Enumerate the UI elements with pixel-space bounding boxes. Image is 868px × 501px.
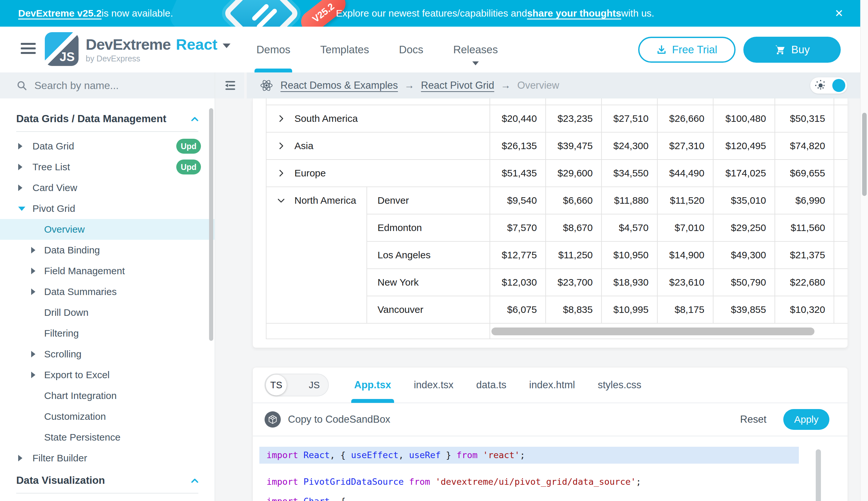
expand-arrow-icon[interactable] <box>31 351 35 358</box>
apply-button[interactable]: Apply <box>783 409 829 430</box>
pivot-value-cell[interactable]: $44,490 <box>657 160 713 187</box>
framework-name[interactable]: React <box>176 35 218 53</box>
sidebar-item-scrolling[interactable]: Scrolling <box>0 344 215 364</box>
pivot-value-cell[interactable]: $50,315 <box>775 105 834 132</box>
pivot-value-cell[interactable]: $22,680 <box>775 269 834 296</box>
sidebar-item-drill-down[interactable]: Drill Down <box>0 302 215 323</box>
pivot-value-cell[interactable]: $26,135 <box>490 132 546 160</box>
breadcrumb-link-pivot-grid[interactable]: React Pivot Grid <box>421 79 494 91</box>
reset-button[interactable]: Reset <box>740 414 766 425</box>
file-tab-data-ts[interactable]: data.ts <box>476 367 506 403</box>
pivot-value-cell[interactable]: $69,655 <box>775 160 834 187</box>
pivot-value-cell[interactable]: $10,320 <box>775 296 834 323</box>
nav-item-templates[interactable]: Templates <box>320 26 369 73</box>
chevron-down-icon[interactable] <box>276 195 286 205</box>
theme-toggle-knob[interactable] <box>832 79 845 92</box>
pivot-value-cell[interactable]: $24,300 <box>602 132 657 160</box>
sidebar-item-data-summaries[interactable]: Data Summaries <box>0 281 215 302</box>
pivot-value-cell[interactable]: $12,775 <box>490 242 546 269</box>
horizontal-scrollbar-thumb[interactable] <box>492 328 814 335</box>
expand-arrow-icon[interactable] <box>31 288 35 295</box>
pivot-value-cell[interactable]: $4,570 <box>602 214 657 242</box>
pivot-value-cell[interactable]: $26,660 <box>657 105 713 132</box>
horizontal-scrollbar[interactable] <box>490 323 848 339</box>
language-toggle[interactable]: TS JS <box>265 374 329 396</box>
chevron-right-icon[interactable] <box>276 141 286 151</box>
sidebar-item-data-grid[interactable]: Data GridUpd <box>0 136 215 157</box>
sidebar-item-chart-integration[interactable]: Chart Integration <box>0 385 215 406</box>
pivot-row-header[interactable]: South America <box>266 105 490 132</box>
expand-arrow-icon[interactable] <box>18 143 22 149</box>
pivot-value-cell[interactable]: $174,025 <box>713 160 775 187</box>
sidebar-item-filter-builder[interactable]: Filter Builder <box>0 448 215 469</box>
pivot-value-cell[interactable]: $39,855 <box>713 296 775 323</box>
pivot-value-cell[interactable]: $34,550 <box>602 160 657 187</box>
pivot-value-cell[interactable]: $10,950 <box>602 242 657 269</box>
sidebar-item-state-persistence[interactable]: State Persistence <box>0 427 215 448</box>
banner-version-link[interactable]: DevExtreme v25.2 <box>18 8 102 19</box>
pivot-value-cell[interactable]: $9,540 <box>490 187 546 214</box>
sidebar-item-pivot-grid[interactable]: Pivot Grid <box>0 198 215 219</box>
toc-collapse-button[interactable] <box>215 73 244 98</box>
nav-item-demos[interactable]: Demos <box>256 26 290 73</box>
expand-arrow-icon[interactable] <box>18 184 22 191</box>
pivot-value-cell[interactable]: $8,835 <box>546 296 602 323</box>
pivot-value-cell[interactable] <box>713 98 775 105</box>
sidebar-item-export-to-excel[interactable]: Export to Excel <box>0 364 215 385</box>
pivot-value-cell[interactable] <box>602 98 657 105</box>
toggle-option-ts[interactable]: TS <box>265 380 287 391</box>
pivot-value-cell[interactable]: $23,610 <box>657 269 713 296</box>
pivot-city-cell[interactable]: Edmonton <box>367 214 490 242</box>
free-trial-button[interactable]: Free Trial <box>638 37 736 63</box>
sidebar-section-data-grids-data-management[interactable]: Data Grids / Data Management <box>0 107 215 129</box>
pivot-value-cell[interactable]: $11,250 <box>546 242 602 269</box>
pivot-value-cell[interactable]: $6,990 <box>775 187 834 214</box>
pivot-value-cell[interactable]: $29,600 <box>546 160 602 187</box>
sidebar-item-card-view[interactable]: Card View <box>0 178 215 198</box>
sidebar-item-filtering[interactable]: Filtering <box>0 323 215 344</box>
pivot-row-header[interactable]: Asia <box>266 132 490 160</box>
pivot-city-cell[interactable]: Vancouver <box>367 296 490 323</box>
expand-arrow-icon[interactable] <box>31 268 35 274</box>
toggle-option-js[interactable]: JS <box>309 380 320 391</box>
sidebar-item-data-binding[interactable]: Data Binding <box>0 240 215 260</box>
pivot-value-cell[interactable]: $51,435 <box>490 160 546 187</box>
expand-arrow-icon[interactable] <box>18 164 22 170</box>
hamburger-menu-icon[interactable] <box>21 43 36 56</box>
pivot-value-cell[interactable]: $50,790 <box>713 269 775 296</box>
file-tab-index-tsx[interactable]: index.tsx <box>414 367 453 403</box>
sidebar-item-field-management[interactable]: Field Management <box>0 260 215 281</box>
copy-to-codesandbox-button[interactable]: Copy to CodeSandBox <box>265 411 390 428</box>
pivot-value-cell[interactable]: $10,995 <box>602 296 657 323</box>
buy-button[interactable]: Buy <box>743 37 841 63</box>
pivot-value-cell[interactable]: $21,375 <box>775 242 834 269</box>
sidebar-item-customization[interactable]: Customization <box>0 406 215 427</box>
pivot-value-cell[interactable]: $11,560 <box>775 214 834 242</box>
pivot-value-cell[interactable]: $18,930 <box>602 269 657 296</box>
pivot-value-cell[interactable]: $120,495 <box>713 132 775 160</box>
file-tab-styles-css[interactable]: styles.css <box>597 367 641 403</box>
pivot-value-cell[interactable]: $12,030 <box>490 269 546 296</box>
sidebar-item-tree-list[interactable]: Tree ListUpd <box>0 157 215 178</box>
pivot-value-cell[interactable] <box>775 98 834 105</box>
pivot-value-cell[interactable]: $74,820 <box>775 132 834 160</box>
pivot-value-cell[interactable] <box>546 98 602 105</box>
pivot-value-cell[interactable]: $27,510 <box>602 105 657 132</box>
expand-arrow-icon[interactable] <box>31 372 35 378</box>
pivot-group-header[interactable]: North America <box>266 187 367 323</box>
page-scrollbar[interactable] <box>860 0 868 501</box>
file-tab-index-html[interactable]: index.html <box>529 367 575 403</box>
pivot-value-cell[interactable]: $6,660 <box>546 187 602 214</box>
pivot-value-cell[interactable]: $49,300 <box>713 242 775 269</box>
sidebar-item-overview[interactable]: Overview <box>0 219 215 240</box>
breadcrumb-link-demos[interactable]: React Demos & Examples <box>281 79 398 91</box>
pivot-value-cell[interactable]: $6,075 <box>490 296 546 323</box>
pivot-value-cell[interactable]: $7,570 <box>490 214 546 242</box>
brand-logo[interactable]: JS DevExtreme React by DevExpress <box>45 32 230 66</box>
pivot-value-cell[interactable]: $27,310 <box>657 132 713 160</box>
pivot-value-cell[interactable] <box>657 98 713 105</box>
nav-item-releases[interactable]: Releases <box>453 26 498 73</box>
pivot-value-cell[interactable]: $39,475 <box>546 132 602 160</box>
expand-arrow-icon[interactable] <box>31 247 35 253</box>
collapse-arrow-icon[interactable] <box>18 207 25 211</box>
